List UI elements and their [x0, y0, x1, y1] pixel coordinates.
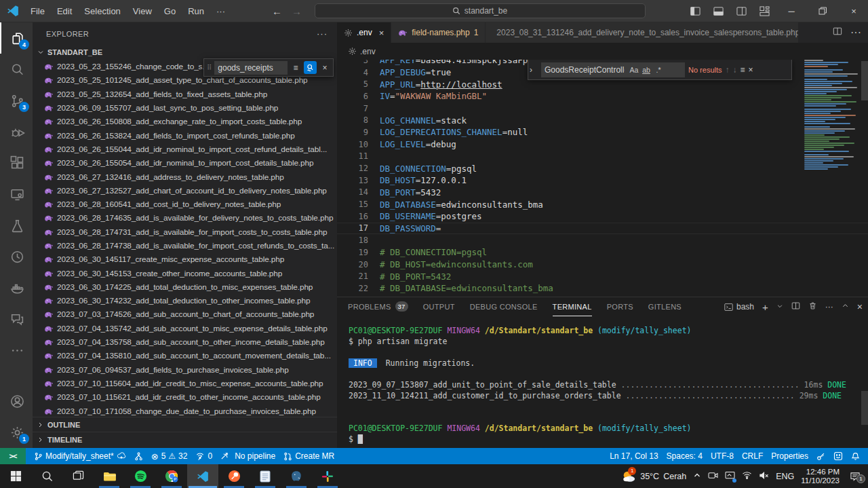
activity-gitlens[interactable] — [0, 241, 33, 272]
tweet-feedback-key[interactable] — [812, 452, 829, 461]
file-item[interactable]: 2023_06_30_145117_create_misc_expense_ac… — [33, 252, 337, 266]
activity-account[interactable] — [0, 386, 33, 417]
explorer-more-actions-icon[interactable]: ··· — [317, 29, 328, 39]
taskbar-start[interactable] — [0, 464, 31, 488]
maximize-panel-icon[interactable] — [842, 302, 849, 312]
filter-icon[interactable]: ≡ — [290, 63, 301, 73]
remote-indicator[interactable]: >< — [0, 448, 26, 464]
taskbar-postgresql[interactable] — [281, 464, 312, 488]
list-find-input[interactable] — [214, 61, 288, 75]
toggle-secondary-sidebar-icon[interactable] — [731, 3, 751, 19]
file-item[interactable]: 2023_06_26_155054_add_idr_nominal_to_imp… — [33, 156, 337, 170]
split-terminal-icon[interactable] — [791, 301, 800, 312]
file-item[interactable]: 2023_07_10_115621_add_idr_credit_to_othe… — [33, 390, 337, 404]
code-line[interactable]: 21# DB_PORT=5432 — [337, 270, 868, 282]
drag-grip-icon[interactable]: ⠿ — [207, 64, 212, 71]
file-item[interactable]: 2023_07_04_135758_add_sub_account_to_oth… — [33, 335, 337, 349]
code-line[interactable]: 22# DB_DATABASE=edwinconsultants_bma — [337, 282, 868, 295]
activity-search[interactable] — [0, 54, 33, 85]
file-item[interactable]: 2023_06_28_160541_add_cost_id_to_deliver… — [33, 198, 337, 211]
file-item[interactable]: 2023_06_26_153824_add_fields_to_import_c… — [33, 128, 337, 142]
toggle-replace-icon[interactable]: › — [530, 65, 538, 75]
notifications-bell[interactable] — [847, 452, 868, 461]
notification-center[interactable]: 1 — [846, 472, 864, 481]
ports-status[interactable]: 0 — [191, 448, 216, 464]
taskbar-search[interactable] — [31, 464, 62, 488]
screen-cast-icon[interactable] — [725, 471, 735, 482]
code-line[interactable]: 17DB_PASSWORD= — [337, 223, 868, 235]
panel-tab-ports[interactable]: PORTS — [607, 297, 633, 316]
code-line[interactable]: 19# DB_CONNECTION=pgsql — [337, 246, 868, 259]
activity-testing[interactable] — [0, 210, 33, 241]
taskbar-task-view[interactable] — [62, 464, 94, 488]
terminal-dropdown-icon[interactable] — [776, 302, 783, 312]
tab-field-names.php[interactable]: field-names.php1 — [391, 22, 486, 43]
language-mode[interactable]: Properties — [767, 451, 812, 461]
file-item[interactable]: 2023_06_27_132527_add_chart_of_account_i… — [33, 184, 337, 198]
taskbar-slack[interactable] — [312, 464, 343, 488]
problems-status[interactable]: ⊗ 5 ⚠ 32 — [147, 448, 192, 464]
find-next-icon[interactable]: ↓ — [733, 65, 737, 75]
tab-.env[interactable]: .env× — [337, 22, 391, 43]
file-item[interactable]: 2023_06_26_150808_add_exchange_rate_to_i… — [33, 115, 337, 128]
code-line[interactable]: 11 — [337, 151, 868, 163]
close-panel-icon[interactable]: × — [857, 301, 863, 312]
menu-view[interactable]: View — [127, 0, 158, 22]
activity-remote-explorer[interactable] — [0, 179, 33, 210]
code-line[interactable]: 18 — [337, 234, 868, 246]
file-item[interactable]: 2023_07_10_171058_change_due_date_to_pur… — [33, 404, 337, 417]
menu-file[interactable]: File — [24, 0, 51, 22]
code-line[interactable]: 12DB_CONNECTION=pgsql — [337, 162, 868, 174]
panel-tab-debug-console[interactable]: DEBUG CONSOLE — [470, 297, 538, 316]
editor-more-actions-icon[interactable]: ··· — [850, 26, 861, 39]
wifi-icon[interactable] — [742, 471, 752, 481]
customize-layout-icon[interactable] — [754, 3, 774, 19]
file-item[interactable]: 2023_06_30_174225_add_total_deduction_to… — [33, 280, 337, 294]
file-item[interactable]: 2023_05_25_132654_add_fields_to_fixed_as… — [33, 88, 337, 101]
regex-toggle[interactable]: .* — [652, 66, 665, 74]
terminal-shell-label[interactable]: bash — [724, 302, 754, 312]
file-item[interactable]: 2023_06_26_155044_add_idr_nominal_to_imp… — [33, 143, 337, 156]
taskbar-chrome[interactable]: P — [156, 464, 187, 488]
activity-run-debug[interactable] — [0, 116, 33, 147]
close-find-widget-icon[interactable]: × — [749, 65, 753, 75]
menu-run[interactable]: Run — [182, 0, 210, 22]
weather-widget[interactable]: 1 35°C Cerah — [621, 470, 686, 483]
eol-sequence[interactable]: CRLF — [738, 451, 767, 461]
activity-comments[interactable] — [0, 303, 33, 335]
kill-terminal-icon[interactable] — [808, 301, 817, 312]
panel-tab-gitlens[interactable]: GITLENS — [648, 297, 682, 316]
tab-2023_08_31_131246_add_delivery_note_to_sales_invoice_salespersons_table.php[interactable]: 2023_08_31_131246_add_delivery_note_to_s… — [486, 22, 799, 43]
panel-tab-problems[interactable]: PROBLEMS37 — [348, 297, 408, 316]
code-line[interactable]: 7 — [337, 102, 868, 115]
menu-edit[interactable]: Edit — [51, 0, 78, 22]
close-find-icon[interactable]: × — [319, 63, 330, 73]
menu-selection[interactable]: Selection — [78, 0, 126, 22]
file-item[interactable]: 2023_07_03_174526_add_sub_account_to_cha… — [33, 307, 337, 321]
terminal-scrollbar[interactable] — [861, 391, 868, 425]
match-case-toggle[interactable]: Aa — [628, 66, 640, 74]
code-line[interactable]: 20# DB_HOST=edwinconsultants.com — [337, 259, 868, 271]
taskbar-spotify[interactable] — [125, 464, 156, 488]
panel-more-actions-icon[interactable]: ··· — [825, 302, 833, 312]
taskbar-notepad[interactable] — [250, 464, 281, 488]
code-line[interactable]: 15DB_DATABASE=edwinconsultants_bma — [337, 198, 868, 210]
menu-moremoremore[interactable]: ··· — [210, 0, 231, 22]
file-item[interactable]: 2023_07_04_135742_add_sub_account_to_mis… — [33, 322, 337, 335]
outline-section[interactable]: OUTLINE — [33, 417, 337, 432]
toggle-sidebar-icon[interactable] — [685, 3, 705, 19]
code-line[interactable]: 13DB_HOST=127.0.0.1 — [337, 174, 868, 187]
activity-docker[interactable] — [0, 272, 33, 303]
find-in-selection-icon[interactable]: ≡ — [741, 65, 745, 75]
file-item[interactable]: 2023_06_30_174232_add_total_deduction_to… — [33, 294, 337, 307]
file-item[interactable]: 2023_06_28_174731_add_is_available_for_i… — [33, 225, 337, 239]
cursor-position[interactable]: Ln 17, Col 13 — [606, 451, 662, 461]
command-center-search[interactable]: standart_be — [315, 3, 646, 18]
whole-word-toggle[interactable]: ab — [640, 66, 652, 74]
tab-close-icon[interactable]: × — [379, 28, 384, 38]
new-terminal-icon[interactable]: + — [762, 301, 768, 313]
split-editor-icon[interactable] — [833, 26, 842, 39]
file-item[interactable]: 2023_06_30_145153_create_other_income_ac… — [33, 266, 337, 280]
tray-expand-icon[interactable] — [693, 471, 701, 481]
code-line[interactable]: 16DB_USERNAME=postgres — [337, 210, 868, 223]
